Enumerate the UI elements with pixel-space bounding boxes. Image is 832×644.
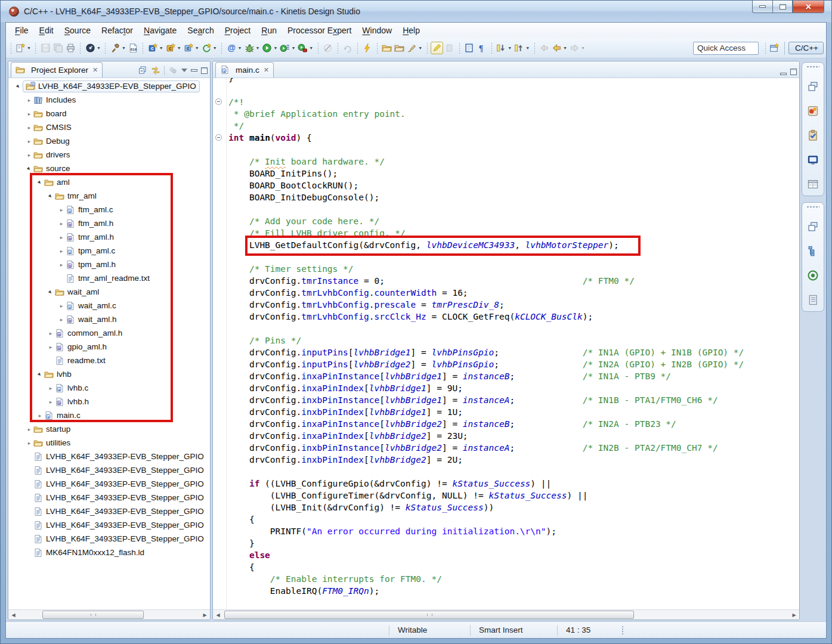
code-line[interactable] (213, 466, 799, 478)
menu-item-window[interactable]: Window (357, 24, 397, 37)
previous-annotation-button[interactable]: ▼ (513, 42, 531, 54)
tree-item-readme-txt[interactable]: readme.txt (8, 354, 210, 367)
collapsed-arrow-icon[interactable]: ▸ (57, 207, 66, 213)
dropdown-arrow-icon[interactable]: ▼ (525, 46, 530, 50)
back-history-button[interactable]: ▼ (550, 42, 568, 54)
code-editor[interactable]: }/*! * @brief Application entry point. *… (213, 78, 799, 609)
tree-item-ftm-aml-c[interactable]: ▸cftm_aml.c (8, 203, 210, 216)
dropdown-arrow-icon[interactable]: ▼ (418, 46, 422, 50)
processor-expert-bolt-button[interactable] (361, 42, 373, 54)
next-annotation-button[interactable]: ▼ (495, 42, 513, 54)
terminal-at-button[interactable]: @▼ (225, 42, 243, 54)
code-line[interactable]: LVHB_GetDefaultConfig(&drvConfig, lvhbDe… (213, 239, 799, 251)
code-line[interactable] (213, 203, 799, 215)
code-line[interactable]: drvConfig.inxbPinInstance[lvhbBridge1] =… (213, 394, 799, 406)
dropdown-arrow-icon[interactable]: ▼ (27, 46, 31, 50)
menu-item-source[interactable]: Source (59, 24, 96, 37)
peripherals-button[interactable] (807, 270, 819, 281)
tree-item-lvhb[interactable]: ▸lvhb (8, 367, 210, 381)
menu-item-navigate[interactable]: Navigate (138, 24, 182, 37)
forward-history-button[interactable]: ▼ (568, 42, 586, 54)
new-connection-button[interactable]: ▼ (200, 42, 218, 54)
project-explorer-hscrollbar[interactable]: ◀ ▶ (8, 609, 210, 620)
tree-item-lvhb-k64f-34933ep-evb-stepper-gpio[interactable]: LVHB_K64F_34933EP-EVB_Stepper_GPIO (8, 504, 210, 518)
collapsed-arrow-icon[interactable]: ▸ (57, 234, 66, 240)
menu-item-processor-expert[interactable]: Processor Expert (282, 24, 357, 37)
last-edit-location-button[interactable] (538, 42, 550, 54)
code-line[interactable]: BOARD_BootClockRUN(); (213, 179, 799, 191)
collapsed-arrow-icon[interactable]: ▸ (25, 426, 33, 432)
scroll-right-icon[interactable]: ▶ (200, 610, 210, 620)
restore-view-button[interactable] (807, 80, 819, 92)
menu-item-file[interactable]: File (10, 24, 34, 37)
code-line[interactable] (213, 84, 799, 96)
tree-item-aml[interactable]: ▸aml (8, 175, 210, 189)
stack-drag-handle[interactable] (806, 206, 819, 208)
minimize-editor-icon[interactable] (780, 73, 787, 75)
debug-bug-button[interactable]: ▼ (243, 42, 261, 54)
tree-item-tmr-aml[interactable]: ▸tmr_aml (8, 189, 210, 203)
menu-item-refactor[interactable]: Refactor (96, 24, 138, 37)
code-line[interactable]: drvConfig.inxaPinIndex[lvhbBridge2] = 23… (213, 430, 799, 442)
run-button[interactable]: ▼ (261, 42, 279, 54)
dropdown-arrow-icon[interactable]: ▼ (256, 46, 260, 50)
run-config-button[interactable]: ▼ (279, 42, 296, 54)
tree-item-lvhb-k64f-34933ep-evb-stepper-gpio[interactable]: LVHB_K64F_34933EP-EVB_Stepper_GPIO (8, 463, 210, 477)
code-line[interactable] (213, 323, 799, 335)
minimize-view-icon[interactable] (191, 69, 197, 72)
tree-item-wait-aml-h[interactable]: ▸hwait_aml.h (8, 312, 210, 326)
tree-item-cmsis[interactable]: ▸CMSIS (8, 120, 210, 134)
code-line[interactable]: { (213, 513, 799, 525)
code-line[interactable]: /* Add your code here. */ (213, 215, 799, 227)
code-line[interactable] (213, 144, 799, 156)
tree-item-mk64fn1m0xxx12-flash-ld[interactable]: MK64FN1M0xxx12_flash.ld (8, 546, 210, 559)
collapsed-arrow-icon[interactable]: ▸ (25, 111, 33, 117)
collapsed-arrow-icon[interactable]: ▸ (57, 221, 66, 227)
build-button[interactable]: ▼ (109, 42, 127, 54)
scroll-right-icon[interactable]: ▶ (789, 610, 799, 620)
code-line[interactable]: drvConfig.inxbPinIndex[lvhbBridge1] = 1U… (213, 406, 799, 418)
dropdown-arrow-icon[interactable]: ▼ (177, 46, 181, 50)
link-with-editor-button[interactable] (151, 66, 160, 75)
code-line[interactable]: (LVHB_ConfigureTimer(&drvConfig, NULL) !… (213, 490, 799, 501)
dropdown-arrow-icon[interactable]: ▼ (213, 46, 217, 50)
tree-item-main-c[interactable]: ▸cmain.c (8, 408, 210, 422)
external-tools-button[interactable]: ▼ (296, 42, 314, 54)
code-line[interactable]: /* Init board hardware. */ (213, 156, 799, 168)
collapsed-arrow-icon[interactable]: ▸ (25, 125, 33, 131)
show-whitespace-button[interactable]: ¶ (475, 42, 488, 54)
menu-item-run[interactable]: Run (256, 24, 282, 37)
menu-item-help[interactable]: Help (397, 24, 425, 37)
code-line[interactable]: /*! (213, 96, 799, 108)
dropdown-arrow-icon[interactable]: ▼ (238, 46, 242, 50)
save-button[interactable] (39, 42, 52, 54)
tree-item-ftm-aml-h[interactable]: ▸hftm_aml.h (8, 216, 210, 230)
tree-item-lvhb-k64f-34933ep-evb-stepper-gpio[interactable]: LVHB_K64F_34933EP-EVB_Stepper_GPIO (8, 532, 210, 546)
code-line[interactable]: /* Fill LVHB driver config. */ (213, 227, 799, 239)
tree-item-lvhb-c[interactable]: ▸clvhb.c (8, 381, 210, 395)
menu-item-edit[interactable]: Edit (34, 24, 59, 37)
code-line[interactable]: drvConfig.inxbPinIndex[lvhbBridge2] = 2U… (213, 454, 799, 466)
code-line[interactable]: drvConfig.inxaPinIndex[lvhbBridge1] = 9U… (213, 382, 799, 394)
code-line[interactable]: drvConfig.tmrInstance = 0; /* FTM0 */ (213, 275, 799, 287)
memory-button[interactable] (807, 294, 819, 306)
new-wizard-button[interactable]: ▼ (14, 42, 32, 54)
tree-item-gpio-aml-h[interactable]: ▸hgpio_aml.h (8, 340, 210, 354)
code-line[interactable]: drvConfig.inputPins[lvhbBridge1] = lvhbP… (213, 346, 799, 358)
code-line[interactable]: /* Pins */ (213, 335, 799, 346)
tree-item-debug[interactable]: ▸Debug (8, 134, 210, 148)
close-tab-icon[interactable]: ✕ (264, 66, 269, 74)
update-index-button[interactable] (341, 42, 354, 54)
dropdown-arrow-icon[interactable]: ▼ (309, 46, 313, 50)
code-line[interactable]: { (213, 561, 799, 573)
scrollbar-thumb[interactable] (42, 611, 144, 619)
welcome-button[interactable] (807, 105, 819, 117)
code-line[interactable]: */ (213, 120, 799, 132)
dropdown-arrow-icon[interactable]: ▼ (291, 46, 295, 50)
collapsed-arrow-icon[interactable]: ▸ (25, 138, 33, 144)
dropdown-arrow-icon[interactable]: ▼ (122, 46, 126, 50)
binary-button[interactable]: 010 (127, 42, 140, 54)
tree-item-utilities[interactable]: ▸utilities (8, 436, 210, 450)
print-button[interactable] (64, 42, 77, 54)
tree-item-lvhb-k64f-34933ep-evb-stepper-gpio[interactable]: LVHB_K64F_34933EP-EVB_Stepper_GPIO (8, 477, 210, 491)
